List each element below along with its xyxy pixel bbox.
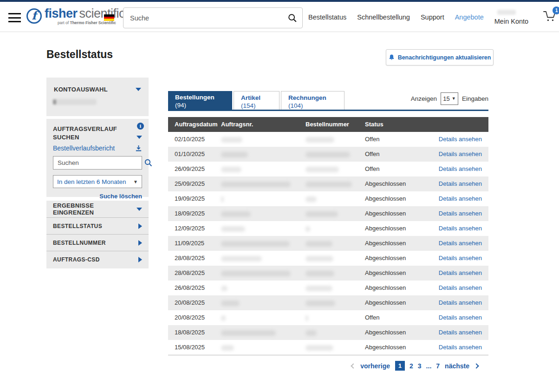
redacted-bestellnummer	[306, 345, 333, 351]
nav-support[interactable]: Support	[421, 13, 444, 21]
per-page-select[interactable]: 15 ▼	[441, 92, 458, 105]
order-date: 26/08/2025	[168, 281, 221, 295]
redacted-auftragsnr	[221, 256, 262, 261]
chevron-down-icon[interactable]	[136, 136, 142, 139]
order-status: Abgeschlossen	[365, 251, 432, 266]
order-status: Abgeschlossen	[365, 206, 432, 221]
details-link[interactable]: Details ansehen	[439, 284, 482, 291]
menu-hamburger-icon[interactable]	[8, 13, 21, 22]
pagination-prev-link[interactable]: vorherige	[360, 362, 390, 370]
cart-button[interactable]: 1	[542, 9, 557, 25]
page-title: Bestellstatus	[46, 48, 113, 61]
order-row: 25/09/2025 Abgeschlossen Details ansehen	[168, 176, 488, 191]
order-history-report-link[interactable]: Bestellverlaufsbericht	[53, 144, 115, 152]
pagination-page-3[interactable]: 3	[418, 362, 422, 370]
redacted-bestellnummer	[306, 152, 350, 157]
info-icon[interactable]: i	[137, 123, 144, 130]
result-tabs: Bestellungen (94) Artikel (154) Rechnung…	[168, 91, 344, 111]
arrow-right-icon	[138, 240, 142, 246]
pagination-pages: 123...7	[395, 361, 440, 371]
chevron-down-icon[interactable]	[136, 208, 142, 211]
nav-mein-konto[interactable]: Mein Konto	[494, 18, 528, 25]
col-auftragsnr: Auftragsnr.	[221, 117, 306, 132]
pagination-ellipsis: ...	[426, 362, 432, 370]
details-link[interactable]: Details ansehen	[439, 210, 482, 217]
redacted-bestellnummer	[306, 226, 310, 232]
filter-bestellstatus[interactable]: BESTELLSTATUS	[46, 218, 149, 235]
tab-rechnungen[interactable]: Rechnungen (104)	[281, 91, 344, 111]
redacted-bestellnummer	[306, 271, 334, 276]
order-status: Offen	[365, 132, 432, 147]
order-status: Abgeschlossen	[365, 221, 432, 236]
redacted-auftragsnr	[221, 345, 234, 351]
redacted-user-name	[497, 10, 516, 15]
date-range-value: In den letzten 6 Monaten	[57, 178, 126, 185]
download-icon[interactable]	[135, 145, 142, 152]
redacted-auftragsnr	[221, 137, 242, 143]
pagination-page-2[interactable]: 2	[410, 362, 413, 370]
search-icon[interactable]	[144, 158, 153, 167]
details-link[interactable]: Details ansehen	[439, 344, 482, 351]
details-link[interactable]: Details ansehen	[439, 165, 482, 172]
order-status: Abgeschlossen	[365, 340, 432, 355]
order-row: 02/10/2025 Offen Details ansehen	[168, 132, 488, 147]
redacted-bestellnummer	[306, 137, 334, 143]
per-page-suffix: Eingaben	[462, 95, 488, 102]
account-selection-panel: KONTOAUSWAHL	[46, 78, 149, 116]
per-page-prefix: Anzeigen	[411, 95, 437, 102]
order-date: 25/09/2025	[168, 176, 221, 191]
nav-schnellbestellung[interactable]: Schnellbestellung	[357, 13, 410, 21]
order-history-search-panel: i AUFTRAGSVERLAUF SUCHEN Bestellverlaufs…	[46, 119, 149, 197]
order-date: 01/10/2025	[168, 147, 221, 162]
search-input[interactable]	[124, 14, 283, 22]
order-status: Offen	[365, 162, 432, 176]
clear-search-link[interactable]: Suche löschen	[53, 193, 142, 200]
order-date: 11/09/2025	[168, 236, 221, 251]
details-link[interactable]: Details ansehen	[439, 269, 482, 276]
sidebar-search	[53, 156, 142, 170]
chevron-down-icon[interactable]	[136, 88, 141, 91]
redacted-auftragsnr	[221, 301, 240, 306]
bell-icon	[389, 54, 395, 61]
details-link[interactable]: Details ansehen	[439, 299, 482, 306]
details-link[interactable]: Details ansehen	[439, 195, 482, 202]
details-link[interactable]: Details ansehen	[439, 240, 482, 247]
sidebar-search-input[interactable]	[53, 159, 144, 166]
order-date: 20/08/2025	[168, 295, 221, 310]
order-status: Abgeschlossen	[365, 325, 432, 340]
pagination-next-icon[interactable]	[474, 363, 479, 368]
pagination-page-7[interactable]: 7	[436, 362, 440, 370]
redacted-account-number	[54, 99, 97, 105]
redacted-auftragsnr	[221, 286, 228, 291]
details-link[interactable]: Details ansehen	[439, 225, 482, 232]
logo-tagline: part of Thermo Fisher Scientific	[45, 20, 125, 25]
orders-table-body: 02/10/2025 Offen Details ansehen 01/10/2…	[168, 132, 488, 355]
details-link[interactable]: Details ansehen	[439, 314, 482, 321]
order-status: Abgeschlossen	[365, 236, 432, 251]
order-row: 20/08/2025 Abgeschlossen Details ansehen	[168, 295, 488, 310]
details-link[interactable]: Details ansehen	[439, 180, 482, 187]
nav-angebote[interactable]: Angebote	[455, 13, 484, 21]
redacted-bestellnummer	[306, 330, 317, 336]
details-link[interactable]: Details ansehen	[439, 136, 482, 143]
german-flag-icon[interactable]	[104, 14, 114, 21]
details-link[interactable]: Details ansehen	[439, 150, 482, 157]
pagination-prev-icon[interactable]	[351, 363, 356, 368]
filter-bestellnummer[interactable]: BESTELLNUMMER	[46, 235, 149, 251]
update-notifications-button[interactable]: Benachrichtigungen aktualisieren	[386, 49, 494, 65]
pagination-next-link[interactable]: nächste	[445, 362, 469, 370]
details-link[interactable]: Details ansehen	[439, 329, 482, 336]
nav-bestellstatus[interactable]: Bestellstatus	[308, 13, 346, 21]
search-icon[interactable]	[283, 8, 302, 28]
tab-bestellungen[interactable]: Bestellungen (94)	[168, 91, 232, 111]
details-link[interactable]: Details ansehen	[439, 255, 482, 261]
order-status: Abgeschlossen	[365, 176, 432, 191]
col-bestellnummer: Bestellnummer	[306, 117, 365, 132]
date-range-select[interactable]: In den letzten 6 Monaten ▼	[53, 175, 142, 188]
pagination-page-1[interactable]: 1	[395, 361, 405, 371]
account-menu[interactable]: Mein Konto	[494, 10, 528, 25]
cart-count-badge: 1	[552, 7, 559, 14]
tab-artikel[interactable]: Artikel (154)	[234, 91, 280, 111]
filter-auftrags-csd[interactable]: AUFTRAGS-CSD	[46, 251, 149, 268]
order-date: 28/08/2025	[168, 251, 221, 266]
